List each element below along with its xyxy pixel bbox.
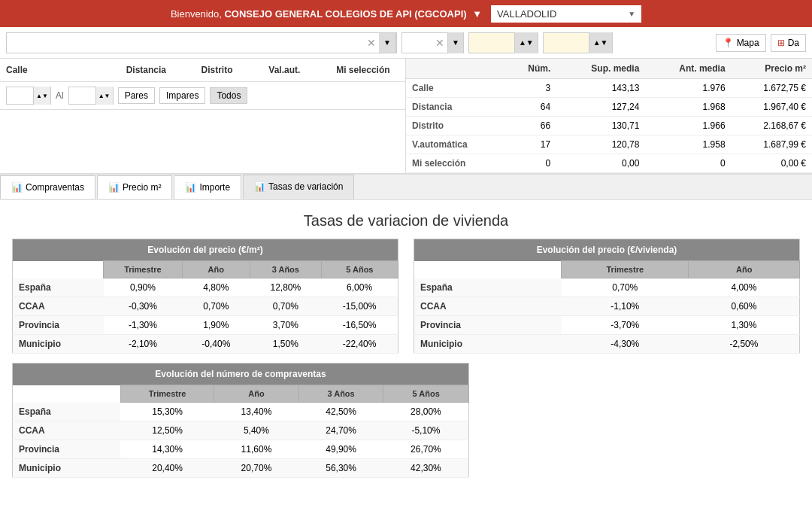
location-selector[interactable]: VALLADOLID ▼	[491, 5, 641, 23]
price-vivienda-row: España 0,70% 4,00%	[414, 278, 800, 297]
stats-cell-num: 3	[505, 79, 556, 98]
price-vivienda-row: Municipio -4,30% -2,50%	[414, 335, 800, 354]
price-m2-col-trimestre: Trimestre	[104, 261, 183, 278]
filter-from-input[interactable]	[7, 90, 33, 102]
range-to-input[interactable]: 1930	[544, 35, 589, 51]
price-vivienda-cell-trimestre: -1,10%	[562, 297, 689, 316]
price-m2-cell-label: España	[13, 278, 104, 297]
todos-button[interactable]: Todos	[210, 87, 247, 104]
price-vivienda-cell-label: Provincia	[414, 316, 562, 335]
price-vivienda-cell-ano: -2,50%	[689, 335, 800, 354]
stats-cell-ant: 1.958	[645, 135, 731, 154]
price-vivienda-cell-label: CCAA	[414, 297, 562, 316]
left-panel: Calle Distancia Distrito Val.aut. Mi sel…	[0, 59, 406, 173]
tab-importe-label: Importe	[199, 182, 230, 193]
stats-col-precio: Precio m²	[732, 59, 812, 79]
compraventas-row: Provincia 14,30% 11,60% 49,90% 26,70%	[13, 440, 469, 459]
stats-cell-label: V.automática	[406, 135, 505, 154]
col-header-distrito[interactable]: Distrito	[195, 65, 263, 75]
num-input[interactable]: 11	[402, 35, 432, 51]
top-section: Calle Distancia Distrito Val.aut. Mi sel…	[0, 59, 812, 174]
compraventas-cell-label: CCAA	[13, 421, 121, 440]
street-search-wrap: LLE MARIA DE MOLINA ✕ ▼	[6, 32, 397, 53]
stats-cell-ant: 1.976	[645, 79, 731, 98]
price-m2-cell-tres: 12,80%	[250, 278, 321, 297]
compraventas-cell-tres: 24,70%	[298, 421, 383, 440]
page-title: Tasas de variacion de vivienda	[0, 200, 812, 239]
stats-cell-sup: 130,71	[556, 117, 645, 135]
tab-compraventas[interactable]: 📊 Compraventas	[0, 175, 95, 199]
tab-tasas-label: Tasas de variación	[268, 181, 343, 192]
stats-row: V.automática 17 120,78 1.958 1.687,99 €	[406, 135, 812, 154]
street-clear-icon[interactable]: ✕	[364, 37, 379, 49]
stats-col-ant: Ant. media	[645, 59, 731, 79]
da-button[interactable]: ⊞ Da	[771, 34, 806, 52]
tab-precio-m2[interactable]: 📊 Precio m²	[97, 175, 172, 199]
compraventas-cell-label: Municipio	[13, 459, 121, 478]
range-to-arrow[interactable]: ▲▼	[589, 32, 612, 53]
compraventas-col-5anos: 5 Años	[383, 385, 469, 403]
stats-cell-num: 66	[505, 117, 556, 135]
compraventas-cell-tres: 49,90%	[298, 440, 383, 459]
num-clear-icon[interactable]: ✕	[432, 37, 447, 49]
stats-cell-precio: 1.672,75 €	[732, 79, 812, 98]
mapa-button[interactable]: 📍 Mapa	[716, 34, 766, 52]
price-vivienda-table-wrap: Evolución del precio (€/vivienda) Trimes…	[414, 239, 800, 354]
price-m2-row: Municipio -2,10% -0,40% 1,50% -22,40%	[13, 335, 398, 354]
price-m2-cell-tres: 0,70%	[250, 297, 321, 316]
price-vivienda-col-trimestre: Trimestre	[562, 261, 689, 278]
price-m2-cell-ano: 0,70%	[182, 297, 250, 316]
compraventas-row: Municipio 20,40% 20,70% 56,30% 42,30%	[13, 459, 469, 478]
price-m2-row: Provincia -1,30% 1,90% 3,70% -16,50%	[13, 316, 398, 335]
price-m2-cell-cinco: -16,50%	[321, 316, 398, 335]
content-area: Tasas de variacion de vivienda Evolución…	[0, 200, 812, 508]
tab-tasas[interactable]: 📊 Tasas de variación	[243, 175, 354, 199]
stats-col-sup: Sup. media	[556, 59, 645, 79]
stats-panel: Núm. Sup. media Ant. media Precio m² Cal…	[406, 59, 812, 173]
filter-from-spin[interactable]: ▲▼	[33, 87, 50, 105]
tab-importe[interactable]: 📊 Importe	[174, 175, 241, 199]
impares-button[interactable]: Impares	[159, 87, 205, 104]
stats-cell-sup: 0,00	[556, 154, 645, 173]
da-label: Da	[788, 38, 799, 48]
col-header-seleccion[interactable]: Mi selección	[330, 65, 405, 75]
price-vivienda-main-header: Evolución del precio (€/vivienda)	[414, 239, 800, 261]
tabs-bar: 📊 Compraventas 📊 Precio m² 📊 Importe 📊 T…	[0, 174, 812, 200]
price-m2-col-empty	[13, 261, 104, 278]
price-vivienda-cell-label: España	[414, 278, 562, 297]
price-m2-cell-cinco: -22,40%	[321, 335, 398, 354]
street-dropdown-button[interactable]: ▼	[379, 32, 396, 53]
bar-chart-icon-2: 📊	[108, 182, 120, 193]
compraventas-cell-label: España	[13, 403, 121, 421]
price-vivienda-cell-trimestre: -4,30%	[562, 335, 689, 354]
num-dropdown-icon[interactable]: ▼	[447, 32, 463, 53]
stats-cell-precio: 2.168,67 €	[732, 117, 812, 135]
compraventas-col-ano: Año	[214, 385, 299, 403]
filter-to-spin[interactable]: ▲▼	[95, 87, 113, 105]
price-vivienda-row: Provincia -3,70% 1,30%	[414, 316, 800, 335]
stats-cell-precio: 1.967,40 €	[732, 98, 812, 117]
col-header-distancia[interactable]: Distancia	[120, 65, 195, 75]
range-from-input[interactable]: 100	[469, 35, 514, 51]
main-tables-row: Evolución del precio (€/m²) Trimestre Añ…	[0, 239, 812, 354]
compraventas-cell-cinco: 26,70%	[383, 440, 469, 459]
pares-button[interactable]: Pares	[118, 87, 155, 104]
street-input[interactable]: LLE MARIA DE MOLINA	[7, 35, 364, 51]
stats-cell-num: 17	[505, 135, 556, 154]
stats-cell-sup: 120,78	[556, 135, 645, 154]
toolbar-buttons: 📍 Mapa ⊞ Da	[716, 34, 806, 52]
column-headers: Calle Distancia Distrito Val.aut. Mi sel…	[0, 59, 405, 82]
stats-cell-label: Calle	[406, 79, 505, 98]
user-dropdown-icon[interactable]: ▼	[472, 8, 482, 20]
price-m2-cell-ano: 4,80%	[182, 278, 250, 297]
col-header-valaut[interactable]: Val.aut.	[262, 65, 330, 75]
stats-cell-ant: 0	[645, 154, 731, 173]
filter-to-input[interactable]	[69, 90, 95, 102]
price-m2-main-header: Evolución del precio (€/m²)	[13, 239, 398, 261]
compraventas-cell-trimestre: 20,40%	[120, 459, 214, 478]
range-from-arrow[interactable]: ▲▼	[514, 32, 538, 53]
price-m2-cell-tres: 3,70%	[250, 316, 321, 335]
price-m2-cell-label: Municipio	[13, 335, 104, 354]
price-m2-col-ano: Año	[182, 261, 250, 278]
col-header-calle[interactable]: Calle	[0, 65, 120, 75]
